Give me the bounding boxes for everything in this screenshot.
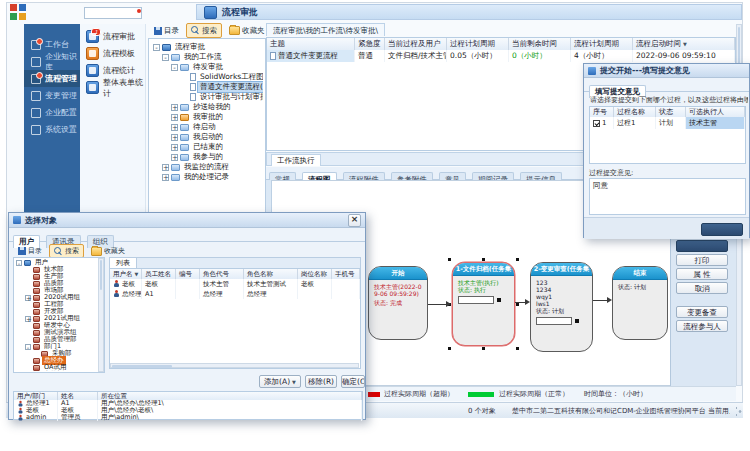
col-planned-period[interactable]: 过程计划周期 xyxy=(447,38,509,50)
expander-icon[interactable] xyxy=(16,260,22,266)
tree-scrollbar[interactable] xyxy=(98,258,104,372)
tree-item[interactable]: 抄送给我的 xyxy=(151,102,263,112)
nav-item-enterprise-config[interactable]: 企业配置 xyxy=(24,104,80,121)
tree-item[interactable]: 我监控的流程 xyxy=(151,162,263,172)
tree-item-label: 设计审批与计划审批流程(1) xyxy=(198,92,263,102)
selected-row[interactable]: admin 管理员 用户\admin\ xyxy=(14,414,362,421)
col-current-process[interactable]: 当前过程及用户 xyxy=(385,38,447,50)
tree-item[interactable]: 我启动的 xyxy=(151,132,263,142)
table-row[interactable]: 普通文件变更流程 普通 文件归档/技术主管 0.05（小时） 0（小时） 4（小… xyxy=(267,50,735,62)
expander-icon[interactable] xyxy=(171,124,178,131)
col-subject[interactable]: 主题 xyxy=(267,38,355,50)
tree-item[interactable]: 我的处理记录 xyxy=(151,172,263,182)
list-h-scrollbar[interactable] xyxy=(110,363,359,368)
expander-icon[interactable] xyxy=(25,316,31,322)
highlighted-action-button[interactable] xyxy=(676,240,728,252)
flow-node-archive[interactable]: 1-文件归档(任务集 技术主管(执行) 状态: 执行 xyxy=(452,262,515,346)
flow-node-review[interactable]: 2-变更审查(任务集 123 1234 wqy1 lws1 状态: 计划 xyxy=(530,262,593,352)
scrollbar-thumb[interactable] xyxy=(100,260,102,290)
expander-icon[interactable] xyxy=(171,144,178,151)
nav-item-process-management[interactable]: 流程管理 xyxy=(24,70,80,87)
user-row[interactable]: 总经理1 A1 总经理 总经理 xyxy=(110,289,360,299)
flow-node-end[interactable]: 结束 状态: 计划 xyxy=(612,266,668,340)
tree-node-icon xyxy=(180,114,189,121)
dialog-title-bar[interactable]: 提交开始---填写提交意见 xyxy=(584,64,749,78)
selection-handle[interactable] xyxy=(516,258,519,261)
tree-item[interactable]: 我参与的 xyxy=(151,152,263,162)
nav-item-system-settings[interactable]: 系统设置 xyxy=(24,121,80,138)
close-icon[interactable] xyxy=(348,214,361,227)
col-flow-period[interactable]: 流程计划周期 xyxy=(571,38,633,50)
catalog-button[interactable]: 目录 xyxy=(149,23,184,38)
tree-item[interactable]: 我的工作流 xyxy=(151,52,263,62)
favorites-button[interactable]: 收藏夹 xyxy=(224,23,270,38)
selection-handle[interactable] xyxy=(516,347,519,350)
opinion-textarea[interactable]: 同意 xyxy=(589,178,746,215)
tree-item[interactable]: 流程审批 xyxy=(151,42,263,52)
selected-row[interactable]: 总经理1 A1 用户\总经办\总经理1\ xyxy=(14,400,362,407)
tree-item[interactable]: 待启动 xyxy=(151,122,263,132)
tree-node-icon xyxy=(33,302,40,308)
change-ref-button[interactable]: 变更备查 xyxy=(676,306,728,318)
scrollbar-thumb[interactable] xyxy=(738,27,740,67)
module-search-input[interactable] xyxy=(84,7,142,19)
process-row[interactable]: 1 过程1 计划 技术主管 xyxy=(590,117,745,129)
col-start-time[interactable]: 流程启动时间 xyxy=(633,38,735,50)
expander-icon[interactable] xyxy=(171,154,178,161)
expander-icon[interactable] xyxy=(162,164,169,171)
tree-node-icon xyxy=(33,316,40,322)
expander-icon[interactable] xyxy=(153,44,160,51)
expander-icon[interactable] xyxy=(25,344,31,350)
process-stats-icon xyxy=(86,64,99,77)
selection-handle[interactable] xyxy=(448,258,451,261)
selected-row[interactable]: 老板 老板 用户\总经办\老板\ xyxy=(14,407,362,414)
module-item-process-approval[interactable]: 1 流程审批 xyxy=(80,28,145,45)
expander-icon[interactable] xyxy=(171,114,178,121)
col-urgency[interactable]: 紧急度 xyxy=(355,38,385,50)
selection-handle[interactable] xyxy=(516,303,519,306)
dialog-title-bar[interactable]: 选择对象 xyxy=(9,213,365,228)
module-item-process-template[interactable]: 流程模板 xyxy=(80,45,145,62)
user-row[interactable]: 老板 老板 技术主管 技术主管测试 老板 xyxy=(110,279,360,289)
print-button[interactable]: 打印 xyxy=(676,254,728,266)
participants-button[interactable]: 流程参与人 xyxy=(676,320,728,332)
tree-item[interactable]: 待发审批 xyxy=(151,62,263,72)
flow-node-start[interactable]: 开始 技术主管(2022-09-06 09:59:29) 状态: 完成 xyxy=(368,266,428,340)
dialog-confirm-button[interactable] xyxy=(701,223,743,236)
favorites-button[interactable]: 收藏夹 xyxy=(86,244,130,258)
expander-icon[interactable] xyxy=(171,104,178,111)
person-icon xyxy=(18,407,24,413)
node-user: wqy1 xyxy=(536,293,587,300)
tree-item[interactable]: 已结束的 xyxy=(151,142,263,152)
nav-item-knowledge-base[interactable]: 企业知识库 xyxy=(24,53,80,70)
selection-handle[interactable] xyxy=(482,347,485,350)
tree-item[interactable]: 普通文件变更流程(1) xyxy=(151,82,263,92)
expander-icon[interactable] xyxy=(171,134,178,141)
module-item-form-stats[interactable]: 整体表单统计 xyxy=(80,79,145,96)
checkbox-checked[interactable] xyxy=(593,120,600,127)
nav-item-change-management[interactable]: 变更管理 xyxy=(24,87,80,104)
executor-cell[interactable]: 技术主管 xyxy=(686,117,745,129)
ok-button[interactable]: 确定(O) xyxy=(341,375,365,388)
tree-item[interactable]: 我审批的 xyxy=(151,112,263,122)
scrollbar-thumb[interactable] xyxy=(112,365,172,368)
selection-handle[interactable] xyxy=(482,258,485,261)
catalog-button[interactable]: 目录 xyxy=(13,244,47,258)
cancel-button[interactable]: 取消 xyxy=(676,282,728,294)
expander-icon[interactable] xyxy=(162,54,169,61)
properties-button[interactable]: 属 性 xyxy=(676,268,728,280)
expander-icon[interactable] xyxy=(25,295,31,301)
selection-handle[interactable] xyxy=(448,347,451,350)
expander-icon[interactable] xyxy=(171,64,178,71)
tree-item[interactable]: SolidWorks工程图审批流程(1) xyxy=(151,72,263,82)
tree-item[interactable]: 设计审批与计划审批流程(1) xyxy=(151,92,263,102)
workflow-exec-tab[interactable]: 工作流执行 xyxy=(271,154,321,166)
search-button[interactable]: 搜索 xyxy=(49,244,84,258)
process-approval-icon: 1 xyxy=(86,30,99,43)
add-button[interactable]: 添加(A) xyxy=(259,375,301,388)
expander-icon[interactable] xyxy=(162,174,169,181)
col-remaining-time[interactable]: 当前剩余时间 xyxy=(509,38,571,50)
breadcrumb[interactable]: 流程审批\我的工作流\待发审批\ xyxy=(266,23,385,36)
remove-button[interactable]: 移除(R) xyxy=(305,375,337,388)
search-button[interactable]: 搜索 xyxy=(186,23,222,38)
